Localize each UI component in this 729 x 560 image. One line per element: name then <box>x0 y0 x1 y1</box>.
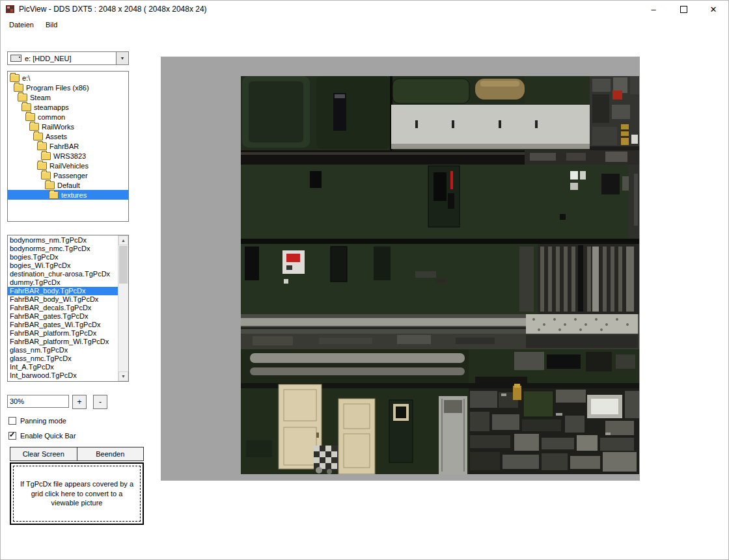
file-item[interactable]: Int_A.TgPcDx <box>8 363 118 371</box>
file-item[interactable]: FahrBAR_gates_Wi.TgPcDx <box>8 321 118 329</box>
tree-item-label: RailWorks <box>42 123 74 131</box>
scroll-up-icon: ▲ <box>121 238 126 243</box>
convert-hint-button[interactable]: If TgPcDx file appears covered by a grid… <box>10 462 144 525</box>
file-item[interactable]: glass_nmc.TgPcDx <box>8 354 118 363</box>
window-controls: – ✕ <box>639 1 728 18</box>
file-item[interactable]: FahrBAR_platform_Wi.TgPcDx <box>8 338 118 346</box>
tree-item-label: Default <box>57 181 80 189</box>
folder-icon <box>37 162 47 170</box>
menubar: Dateien Bild <box>1 18 728 32</box>
file-item[interactable]: bodynorms_nmc.TgPcDx <box>8 245 118 253</box>
close-icon: ✕ <box>710 5 717 14</box>
menu-item-bild[interactable]: Bild <box>40 19 63 31</box>
beenden-button[interactable]: Beenden <box>77 447 144 461</box>
file-item[interactable]: FahrBAR_gates.TgPcDx <box>8 312 118 321</box>
tree-item-label: Program Files (x86) <box>26 84 89 92</box>
folder-icon <box>14 84 23 92</box>
file-item[interactable]: Int_barwood.TgPcDx <box>8 371 118 380</box>
panning-checkbox-box <box>8 417 16 425</box>
tree-item-label: RailVehicles <box>49 162 89 170</box>
file-item[interactable]: FahrBAR_platform.TgPcDx <box>8 329 118 338</box>
button-row: Clear Screen Beenden <box>10 447 144 461</box>
clear-screen-button[interactable]: Clear Screen <box>10 447 77 461</box>
tree-item-railvehicles[interactable]: RailVehicles <box>8 161 128 170</box>
folder-tree: e:\Program Files (x86)Steamsteamappscomm… <box>7 71 129 222</box>
tree-item-label: WRS3823 <box>53 152 86 160</box>
file-item[interactable]: bodynorms_nm.TgPcDx <box>8 236 118 245</box>
tree-item-label: Passenger <box>53 172 88 180</box>
app-icon <box>6 5 15 14</box>
file-item[interactable]: FahrBAR_body_Wi.TgPcDx <box>8 295 118 304</box>
drive-combobox[interactable]: e: [HDD_NEU] ▼ <box>7 51 129 65</box>
tree-item-label: FahrBAR <box>49 142 79 150</box>
file-item[interactable]: bogies.TgPcDx <box>8 253 118 261</box>
file-item[interactable]: FahrBAR_body.TgPcDx <box>8 287 118 295</box>
menu-item-dateien[interactable]: Dateien <box>3 19 40 31</box>
folder-icon <box>37 142 47 150</box>
tree-item-assets[interactable]: Assets <box>8 131 128 141</box>
panning-checkbox[interactable]: Panning mode <box>8 416 66 425</box>
folder-icon <box>18 94 27 101</box>
zoom-out-button[interactable]: - <box>93 395 107 409</box>
file-item[interactable]: FahrBAR_decals.TgPcDx <box>8 304 118 312</box>
quickbar-checkbox[interactable]: Enable Quick Bar <box>8 431 76 440</box>
file-item[interactable]: destination_chur-arosa.TgPcDx <box>8 270 118 278</box>
folder-icon <box>33 133 43 140</box>
zoom-input[interactable] <box>7 395 69 408</box>
folder-icon <box>49 191 59 199</box>
tree-item-label: steamapps <box>34 103 69 111</box>
file-list: bodynorms_nm.TgPcDxbodynorms_nmc.TgPcDxb… <box>7 235 129 382</box>
window: PicView - DDS DXT5 : 2048 x 2048 ( 2048x… <box>0 0 729 560</box>
convert-hint-text: If TgPcDx file appears covered by a grid… <box>13 466 141 522</box>
minimize-icon: – <box>651 5 655 14</box>
tree-item-railworks[interactable]: RailWorks <box>8 122 128 131</box>
tree-item-default[interactable]: Default <box>8 180 128 190</box>
panning-checkbox-label: Panning mode <box>20 417 66 425</box>
quickbar-checkbox-label: Enable Quick Bar <box>20 432 76 440</box>
tree-item-fahrbar[interactable]: FahrBAR <box>8 141 128 151</box>
scroll-up-button[interactable]: ▲ <box>118 235 128 245</box>
picture-area <box>161 57 640 481</box>
folder-icon <box>45 181 55 189</box>
close-button[interactable]: ✕ <box>698 1 728 18</box>
folder-icon <box>10 74 20 82</box>
tree-item-steamapps[interactable]: steamapps <box>8 102 128 112</box>
drive-combobox-value: e: [HDD_NEU] <box>25 55 116 62</box>
tree-item-label: textures <box>61 191 87 199</box>
file-list-scrollbar[interactable]: ▲ ▼ <box>118 235 128 381</box>
titlebar: PicView - DDS DXT5 : 2048 x 2048 ( 2048x… <box>1 1 728 18</box>
window-title: PicView - DDS DXT5 : 2048 x 2048 ( 2048x… <box>19 5 207 14</box>
scroll-down-button[interactable]: ▼ <box>118 371 128 381</box>
tree-item-steam[interactable]: Steam <box>8 92 128 102</box>
folder-icon <box>41 152 51 160</box>
tree-item-wrs3823[interactable]: WRS3823 <box>8 151 128 161</box>
tree-item-label: Assets <box>46 133 67 140</box>
folder-icon <box>25 113 35 121</box>
tree-item-e[interactable]: e:\ <box>8 73 128 83</box>
maximize-button[interactable] <box>668 1 698 18</box>
folder-icon <box>21 103 31 111</box>
tree-item-label: common <box>38 113 65 121</box>
scrollbar-thumb[interactable] <box>119 246 128 284</box>
tree-item-program-files-x86[interactable]: Program Files (x86) <box>8 83 128 92</box>
tree-item-label: Steam <box>30 94 51 101</box>
maximize-icon <box>680 6 687 13</box>
quickbar-checkbox-box <box>8 432 16 440</box>
tree-item-passenger[interactable]: Passenger <box>8 170 128 180</box>
scroll-down-icon: ▼ <box>121 374 126 379</box>
drive-dropdown-button[interactable]: ▼ <box>116 52 128 64</box>
file-item[interactable]: bogies_Wi.TgPcDx <box>8 261 118 270</box>
file-item[interactable]: glass_nm.TgPcDx <box>8 346 118 354</box>
tree-item-textures[interactable]: textures <box>8 190 128 200</box>
minimize-button[interactable]: – <box>639 1 668 18</box>
zoom-in-button[interactable]: + <box>72 395 87 409</box>
file-item[interactable]: dummy.TgPcDx <box>8 278 118 287</box>
file-list-items: bodynorms_nm.TgPcDxbodynorms_nmc.TgPcDxb… <box>8 236 118 380</box>
zoom-controls: + - <box>7 395 144 409</box>
chevron-down-icon: ▼ <box>120 56 125 60</box>
drive-icon <box>10 55 21 62</box>
folder-icon <box>41 172 51 180</box>
tree-item-label: e:\ <box>22 74 30 82</box>
tree-item-common[interactable]: common <box>8 112 128 122</box>
texture-image <box>241 76 639 474</box>
